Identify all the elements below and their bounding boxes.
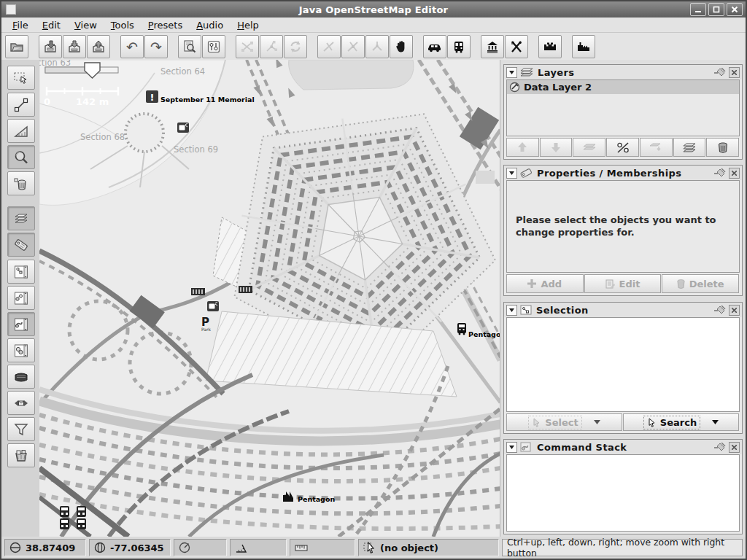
maximize-button[interactable]: [708, 3, 724, 16]
heading-readout: [174, 539, 227, 556]
undo-button[interactable]: ↶: [120, 35, 144, 58]
properties-close-button[interactable]: [729, 168, 740, 179]
layers-panel-toggle[interactable]: [7, 206, 35, 230]
delete-tool-button[interactable]: [7, 171, 35, 195]
layers-close-button[interactable]: [729, 67, 740, 78]
add-tag-button[interactable]: Add: [506, 274, 584, 293]
heading-icon: [179, 542, 190, 553]
menu-audio[interactable]: Audio: [190, 18, 231, 32]
layers-collapse-button[interactable]: [506, 67, 517, 78]
chevron-down-icon: [712, 420, 719, 424]
duplicate-layer-button[interactable]: [673, 138, 706, 157]
properties-collapse-button[interactable]: [506, 168, 517, 179]
window-title: Java OpenStreetMap Editor: [1, 4, 746, 15]
command-panel-title: Command Stack: [537, 442, 627, 453]
zoom-to-selection-button[interactable]: [178, 35, 201, 58]
unglue-ways-button[interactable]: [341, 35, 365, 58]
save-button[interactable]: [39, 35, 62, 58]
menu-tools[interactable]: Tools: [104, 18, 142, 32]
redo-button[interactable]: ↷: [144, 35, 168, 58]
layer-down-button[interactable]: [540, 138, 573, 157]
update-data-button[interactable]: [284, 35, 307, 58]
draw-node-tool-button[interactable]: [7, 93, 35, 117]
merge-nodes-button[interactable]: [260, 35, 283, 58]
menu-presets[interactable]: Presets: [142, 18, 190, 32]
refresh-icon: [288, 39, 303, 54]
merge-down-button[interactable]: [640, 138, 673, 157]
preset-restaurant-button[interactable]: [505, 35, 528, 58]
menu-view[interactable]: View: [68, 18, 104, 32]
menubar: File Edit View Tools Presets Audio Help: [1, 18, 746, 33]
selection-collapse-button[interactable]: [506, 305, 517, 316]
user-list-toggle[interactable]: [7, 338, 35, 362]
search-button[interactable]: Search: [623, 413, 739, 431]
combine-ways-button[interactable]: [236, 35, 259, 58]
pin-icon[interactable]: [714, 306, 726, 315]
merge-layers-button[interactable]: [573, 138, 605, 157]
menu-edit[interactable]: Edit: [36, 18, 68, 32]
command-close-button[interactable]: [729, 442, 740, 453]
edit-tag-button[interactable]: Edit: [584, 274, 662, 293]
history-toggle[interactable]: [7, 365, 35, 389]
split-way-button[interactable]: [317, 35, 341, 58]
delete-layer-button[interactable]: [706, 138, 739, 157]
selection-list[interactable]: [506, 317, 740, 412]
pin-icon[interactable]: [714, 68, 726, 77]
select-button[interactable]: Select: [506, 413, 622, 431]
chevron-down-icon: [509, 446, 514, 449]
tags-panel-toggle[interactable]: [7, 233, 35, 257]
preset-factory-button[interactable]: [572, 35, 595, 58]
menu-file[interactable]: File: [6, 18, 36, 32]
select-tool-button[interactable]: [7, 66, 35, 90]
filter-toggle[interactable]: [7, 417, 35, 441]
tag-icon: [13, 237, 29, 253]
upload-button[interactable]: [87, 35, 110, 58]
minimize-button[interactable]: [690, 3, 706, 16]
download-button[interactable]: [63, 35, 86, 58]
preset-bank-button[interactable]: [481, 35, 504, 58]
pin-icon[interactable]: [714, 443, 726, 452]
selection-close-button[interactable]: [729, 305, 740, 316]
station-label: Pentagon: [298, 495, 335, 503]
preset-castle-button[interactable]: [538, 35, 562, 58]
zoom-tool-icon: [13, 149, 29, 166]
layers-panel-title: Layers: [538, 67, 575, 78]
chevron-down-icon: [594, 420, 600, 424]
layer-visibility-button[interactable]: [606, 138, 639, 157]
edit-tag-label: Edit: [619, 279, 640, 289]
layer-down-icon: [550, 142, 562, 152]
align-nodes-button[interactable]: [365, 35, 389, 58]
command-collapse-button[interactable]: [506, 442, 517, 453]
zoom-tool-button[interactable]: [7, 145, 35, 169]
open-button[interactable]: [5, 35, 28, 58]
command-stack-list[interactable]: [506, 454, 740, 532]
pin-icon[interactable]: [714, 168, 726, 178]
pan-button[interactable]: [390, 35, 413, 58]
changeset-basket-icon: [13, 448, 29, 464]
close-button[interactable]: [727, 3, 743, 16]
preferences-button[interactable]: [202, 35, 225, 58]
edit-document-icon: [605, 279, 615, 289]
selection-list-toggle[interactable]: [7, 260, 35, 284]
command-stack-icon: [520, 442, 533, 452]
measure-tool-button[interactable]: [7, 119, 35, 143]
delete-tag-button[interactable]: Delete: [662, 274, 739, 293]
layers-list[interactable]: Data Layer 2: [506, 79, 740, 136]
hand-icon: [394, 39, 409, 54]
map-canvas[interactable]: 0 142 m Section 63 Section 64 Section 68…: [39, 60, 500, 537]
history-book-icon: [13, 369, 29, 385]
conflict-list-toggle[interactable]: [7, 391, 35, 415]
layer-up-button[interactable]: [506, 138, 539, 157]
menu-help[interactable]: Help: [231, 18, 266, 32]
save-icon: [43, 39, 58, 54]
command-stack-toggle[interactable]: [7, 312, 35, 336]
area-label-section68: Section 68: [80, 132, 125, 142]
preset-bus-button[interactable]: [447, 35, 471, 58]
changeset-toggle[interactable]: [7, 443, 35, 467]
relation-list-toggle[interactable]: [7, 286, 35, 310]
layer-row-data-layer-2[interactable]: Data Layer 2: [507, 80, 739, 94]
object-info-value: (no object): [380, 542, 438, 553]
command-stack-panel: Command Stack: [503, 439, 743, 534]
select-tool-icon: [13, 70, 29, 86]
preset-car-button[interactable]: [423, 35, 446, 58]
